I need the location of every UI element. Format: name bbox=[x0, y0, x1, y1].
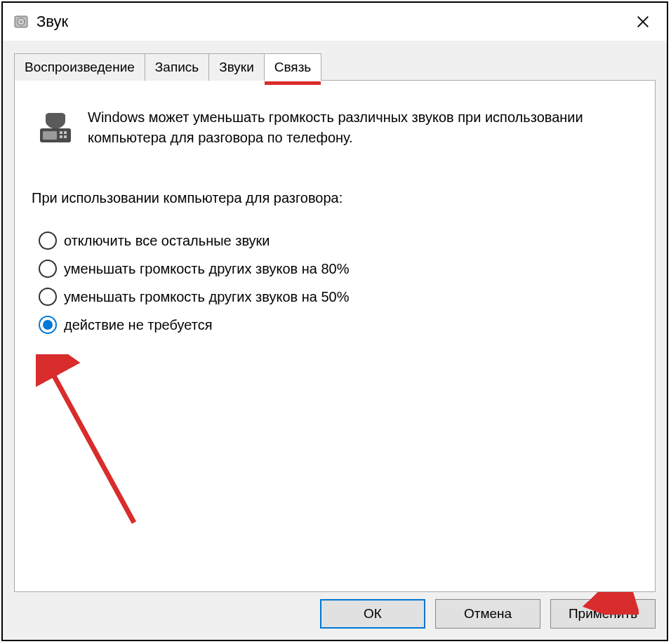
svg-point-2 bbox=[20, 20, 22, 23]
tabs-row: Воспроизведение Запись Звуки Связь bbox=[14, 53, 656, 81]
tab-recording[interactable]: Запись bbox=[145, 53, 209, 81]
svg-rect-4 bbox=[43, 131, 57, 140]
intro-row: Windows может уменьшать громкость различ… bbox=[29, 107, 641, 148]
radio-label: уменьшать громкость других звуков на 50% bbox=[64, 289, 349, 305]
svg-rect-5 bbox=[60, 131, 62, 134]
svg-rect-6 bbox=[64, 131, 67, 134]
dialog-buttons: ОК Отмена Применить bbox=[14, 592, 656, 630]
tab-label: Запись bbox=[155, 60, 199, 74]
intro-text: Windows может уменьшать громкость различ… bbox=[88, 107, 600, 148]
radio-group: отключить все остальные звуки уменьшать … bbox=[29, 232, 641, 334]
options-heading: При использовании компьютера для разгово… bbox=[29, 190, 641, 206]
svg-rect-7 bbox=[60, 135, 62, 138]
svg-rect-8 bbox=[64, 135, 67, 138]
radio-reduce-50[interactable]: уменьшать громкость других звуков на 50% bbox=[39, 288, 641, 306]
radio-do-nothing[interactable]: действие не требуется bbox=[39, 316, 641, 334]
radio-reduce-80[interactable]: уменьшать громкость других звуков на 80% bbox=[39, 260, 641, 278]
tab-sounds[interactable]: Звуки bbox=[208, 53, 265, 81]
tab-label: Воспроизведение bbox=[25, 60, 135, 74]
tab-communications[interactable]: Связь bbox=[264, 53, 322, 81]
radio-icon bbox=[39, 288, 57, 306]
tab-label: Звуки bbox=[219, 60, 254, 74]
titlebar-left: Звук bbox=[13, 13, 68, 31]
close-button[interactable] bbox=[629, 8, 657, 36]
radio-icon bbox=[39, 316, 57, 334]
window-title: Звук bbox=[36, 13, 68, 31]
button-label: ОК bbox=[364, 606, 382, 622]
radio-label: уменьшать громкость других звуков на 80% bbox=[64, 261, 349, 277]
apply-button[interactable]: Применить bbox=[550, 599, 656, 629]
button-label: Отмена bbox=[464, 606, 512, 622]
radio-icon bbox=[39, 232, 57, 250]
content-area: Воспроизведение Запись Звуки Связь bbox=[3, 41, 667, 640]
tab-panel: Windows может уменьшать громкость различ… bbox=[14, 80, 656, 592]
speaker-app-icon bbox=[13, 13, 29, 30]
sound-dialog: Звук Воспроизведение Запись Звуки Связь bbox=[1, 1, 668, 641]
radio-label: отключить все остальные звуки bbox=[64, 233, 270, 249]
titlebar: Звук bbox=[3, 3, 667, 41]
phone-device-icon bbox=[36, 109, 75, 148]
tab-playback[interactable]: Воспроизведение bbox=[14, 53, 145, 81]
button-label: Применить bbox=[569, 606, 637, 622]
radio-icon bbox=[39, 260, 57, 278]
ok-button[interactable]: ОК bbox=[320, 599, 425, 629]
radio-mute-all[interactable]: отключить все остальные звуки bbox=[39, 232, 641, 250]
radio-label: действие не требуется bbox=[64, 317, 213, 333]
cancel-button[interactable]: Отмена bbox=[435, 599, 540, 629]
annotation-underline bbox=[265, 81, 321, 85]
tab-label: Связь bbox=[274, 60, 312, 74]
